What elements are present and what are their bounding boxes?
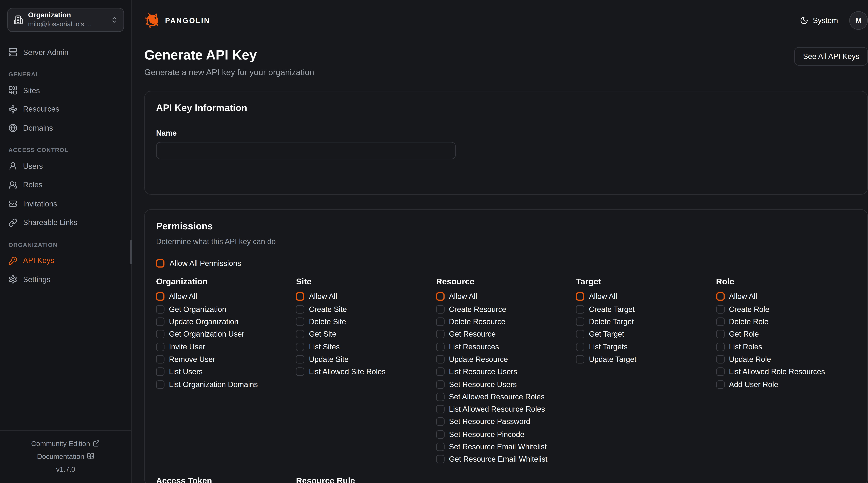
permission-checkbox-row[interactable]: List Roles <box>716 341 856 353</box>
permission-checkbox-row[interactable]: Set Resource Email Whitelist <box>436 441 576 453</box>
checkbox-icon[interactable] <box>436 305 444 314</box>
permission-checkbox-row[interactable]: Allow All <box>156 290 296 303</box>
see-all-api-keys-button[interactable]: See All API Keys <box>795 47 868 66</box>
checkbox-icon[interactable] <box>576 292 585 301</box>
permission-checkbox-row[interactable]: Allow All <box>436 290 576 303</box>
checkbox-icon[interactable] <box>436 318 444 326</box>
checkbox-icon[interactable] <box>716 380 724 389</box>
permission-checkbox-row[interactable]: Allow All <box>716 290 856 303</box>
checkbox-icon[interactable] <box>156 380 164 389</box>
checkbox-icon[interactable] <box>296 367 305 376</box>
checkbox-icon[interactable] <box>436 292 444 301</box>
checkbox-icon[interactable] <box>716 305 724 314</box>
permission-checkbox-row[interactable]: List Resources <box>436 341 576 353</box>
permission-checkbox-row[interactable]: Create Resource <box>436 303 576 315</box>
permission-checkbox-row[interactable]: Get Resource <box>436 328 576 341</box>
checkbox-icon[interactable] <box>296 305 305 314</box>
permission-checkbox-row[interactable]: Delete Role <box>716 315 856 328</box>
checkbox-icon[interactable] <box>436 430 444 439</box>
permission-checkbox-row[interactable]: Get Target <box>576 328 716 341</box>
permission-checkbox-row[interactable]: Get Site <box>296 328 436 341</box>
checkbox-icon[interactable] <box>576 343 585 351</box>
permission-checkbox-row[interactable]: Create Target <box>576 303 716 315</box>
sidebar-item-server-admin[interactable]: Server Admin <box>7 44 124 60</box>
permission-checkbox-row[interactable]: Create Site <box>296 303 436 315</box>
checkbox-icon[interactable] <box>576 318 585 326</box>
community-edition-link[interactable]: Community Edition <box>0 437 131 450</box>
checkbox-icon[interactable] <box>436 343 444 351</box>
checkbox-icon[interactable] <box>436 418 444 426</box>
sidebar-item-domains[interactable]: Domains <box>7 120 124 136</box>
checkbox-icon[interactable] <box>156 305 164 314</box>
permission-checkbox-row[interactable]: List Allowed Site Roles <box>296 365 436 378</box>
permission-checkbox-row[interactable]: List Targets <box>576 341 716 353</box>
permission-checkbox-row[interactable]: Set Resource Users <box>436 378 576 390</box>
permission-checkbox-row[interactable]: Invite User <box>156 341 296 353</box>
permission-checkbox-row[interactable]: Remove User <box>156 353 296 365</box>
permission-checkbox-row[interactable]: List Organization Domains <box>156 378 296 390</box>
checkbox-icon[interactable] <box>436 367 444 376</box>
checkbox-icon[interactable] <box>436 380 444 389</box>
permission-checkbox-row[interactable]: Set Resource Pincode <box>436 428 576 441</box>
checkbox-icon[interactable] <box>296 355 305 364</box>
permission-checkbox-row[interactable]: Allow All <box>296 290 436 303</box>
checkbox-icon[interactable] <box>716 292 724 301</box>
checkbox-icon[interactable] <box>436 330 444 339</box>
permission-checkbox-row[interactable]: Delete Resource <box>436 315 576 328</box>
permission-checkbox-row[interactable]: Create Role <box>716 303 856 315</box>
permission-checkbox-row[interactable]: List Allowed Role Resources <box>716 365 856 378</box>
api-key-name-input[interactable] <box>156 142 456 159</box>
sidebar-item-roles[interactable]: Roles <box>7 177 124 193</box>
avatar[interactable]: M <box>849 11 868 30</box>
sidebar-scrollbar[interactable] <box>130 240 132 264</box>
checkbox-icon[interactable] <box>436 355 444 364</box>
permission-checkbox-row[interactable]: Get Role <box>716 328 856 341</box>
permission-checkbox-row[interactable]: List Allowed Resource Roles <box>436 403 576 416</box>
checkbox-icon[interactable] <box>436 455 444 463</box>
permission-checkbox-row[interactable]: Add User Role <box>716 378 856 390</box>
permission-checkbox-row[interactable]: Delete Site <box>296 315 436 328</box>
checkbox-icon[interactable] <box>296 318 305 326</box>
checkbox-icon[interactable] <box>576 355 585 364</box>
permission-checkbox-row[interactable]: Allow All <box>576 290 716 303</box>
checkbox-icon[interactable] <box>156 343 164 351</box>
checkbox-icon[interactable] <box>156 330 164 339</box>
brand[interactable]: PANGOLIN <box>144 12 210 28</box>
checkbox-icon[interactable] <box>436 393 444 401</box>
permission-checkbox-row[interactable]: Get Resource Email Whitelist <box>436 453 576 465</box>
permission-checkbox-row[interactable]: Set Allowed Resource Roles <box>436 390 576 403</box>
sidebar-item-users[interactable]: Users <box>7 158 124 174</box>
checkbox-icon[interactable] <box>716 330 724 339</box>
permission-checkbox-row[interactable]: Update Resource <box>436 353 576 365</box>
permission-checkbox-row[interactable]: List Sites <box>296 341 436 353</box>
checkbox-icon[interactable] <box>156 367 164 376</box>
checkbox-icon[interactable] <box>436 405 444 414</box>
checkbox-icon[interactable] <box>716 355 724 364</box>
permission-checkbox-row[interactable]: Update Role <box>716 353 856 365</box>
checkbox-icon[interactable] <box>156 355 164 364</box>
permission-checkbox-row[interactable]: Update Site <box>296 353 436 365</box>
checkbox-icon[interactable] <box>716 343 724 351</box>
sidebar-item-settings[interactable]: Settings <box>7 271 124 287</box>
theme-toggle[interactable]: System <box>800 16 838 25</box>
permission-checkbox-row[interactable]: Delete Target <box>576 315 716 328</box>
permission-checkbox-row[interactable]: Get Organization <box>156 303 296 315</box>
sidebar-item-resources[interactable]: Resources <box>7 101 124 117</box>
sidebar-item-shareable-links[interactable]: Shareable Links <box>7 215 124 230</box>
permission-checkbox-row[interactable]: Update Target <box>576 353 716 365</box>
checkbox-icon[interactable] <box>436 443 444 451</box>
checkbox-icon[interactable] <box>716 318 724 326</box>
checkbox-icon[interactable] <box>156 292 164 301</box>
checkbox-icon[interactable] <box>716 367 724 376</box>
checkbox-icon[interactable] <box>576 330 585 339</box>
permission-checkbox-row[interactable]: Update Organization <box>156 315 296 328</box>
sidebar-item-sites[interactable]: Sites <box>7 83 124 98</box>
permission-checkbox-row[interactable]: List Resource Users <box>436 365 576 378</box>
permission-checkbox-row[interactable]: Get Organization User <box>156 328 296 341</box>
documentation-link[interactable]: Documentation <box>0 450 131 463</box>
permission-checkbox-row[interactable]: Set Resource Password <box>436 416 576 428</box>
sidebar-item-invitations[interactable]: Invitations <box>7 196 124 212</box>
checkbox-icon[interactable] <box>576 305 585 314</box>
checkbox-icon[interactable] <box>296 343 305 351</box>
checkbox-icon[interactable] <box>156 318 164 326</box>
